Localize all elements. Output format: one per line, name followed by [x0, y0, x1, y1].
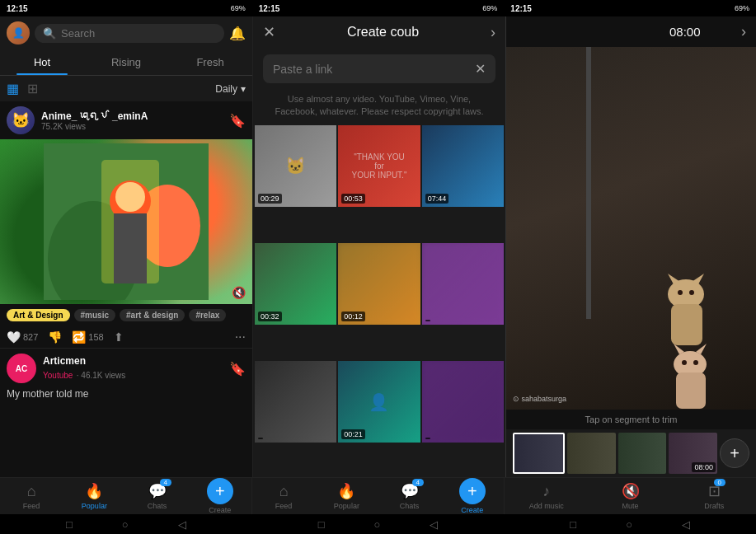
forward-icon[interactable]: ›: [491, 24, 495, 41]
tag-art-design[interactable]: Art & Design: [7, 309, 70, 321]
android-square-3[interactable]: □: [570, 518, 576, 531]
android-back-3[interactable]: ◁: [682, 518, 690, 531]
video-forward-icon[interactable]: ›: [741, 23, 746, 40]
video-thumb-6[interactable]: [422, 243, 504, 325]
recoub-button[interactable]: 🔁 158: [72, 330, 103, 344]
bookmark-icon-2[interactable]: 🔖: [229, 361, 246, 377]
mute-icon: 🔇: [622, 482, 640, 500]
video-thumb-8[interactable]: 👤 00:21: [338, 361, 420, 443]
paste-link-wrap[interactable]: ✕: [263, 54, 495, 83]
android-circle-3[interactable]: ○: [626, 518, 632, 531]
user-avatar[interactable]: 👤: [7, 21, 30, 44]
channel-avatar-1[interactable]: 🐱: [7, 106, 35, 134]
nav-panel-2: ⌂ Feed 🔥 Popular 💬 4 Chats + Create: [252, 477, 505, 514]
nav-chats-1[interactable]: 💬 4 Chats: [126, 478, 189, 514]
add-music-icon: ♪: [542, 483, 550, 500]
nav-feed-1[interactable]: ⌂ Feed: [0, 478, 63, 514]
post1-tags: Art & Design #music #art & design #relax: [0, 304, 252, 326]
grid-view-icon[interactable]: ⊞: [27, 81, 38, 96]
battery-3: 69%: [735, 4, 749, 12]
video-duration-3: 07:44: [425, 194, 449, 204]
search-input[interactable]: [61, 27, 216, 40]
android-square-1[interactable]: □: [66, 518, 73, 531]
video-grid: 🐱 00:29 "THANK YOUforYOUR INPUT." 00:53 …: [253, 125, 505, 477]
bell-icon[interactable]: 🔔: [229, 26, 246, 41]
tab-rising[interactable]: Rising: [84, 49, 168, 75]
sys-icons-1: 69%: [231, 4, 246, 12]
more-button[interactable]: ···: [235, 330, 246, 344]
paste-clear-icon[interactable]: ✕: [475, 61, 486, 77]
feed-label-2: Feed: [275, 502, 293, 510]
nav-panel-1: ⌂ Feed 🔥 Popular 💬 4 Chats + Create: [0, 477, 252, 514]
search-input-wrap[interactable]: 🔍: [35, 24, 224, 43]
post1-thumbnail[interactable]: 🔇: [0, 139, 252, 304]
tab-fresh[interactable]: Fresh: [168, 49, 252, 75]
nav-popular-1[interactable]: 🔥 Popular: [63, 478, 125, 514]
create-title: Create coub: [275, 25, 491, 40]
chats-badge-wrap-2: 💬 4: [401, 482, 419, 500]
tag-music[interactable]: #music: [74, 309, 115, 321]
post1-views: 75.2K views: [41, 122, 223, 131]
video-duration-9: [425, 438, 430, 439]
android-back-2[interactable]: ◁: [430, 518, 438, 531]
svg-point-18: [693, 360, 698, 365]
mute-label: Mute: [622, 502, 639, 510]
tab-hot[interactable]: Hot: [0, 49, 84, 75]
tag-relax[interactable]: #relax: [189, 309, 226, 321]
nav-panel-3: ♪ Add music 🔇 Mute ⊡ 0 Drafts: [505, 477, 756, 514]
trim-segment-3[interactable]: [618, 433, 667, 474]
video-thumb-5[interactable]: 00:12: [338, 243, 420, 325]
android-nav-bar: □ ○ ◁ □ ○ ◁ □ ○ ◁: [0, 514, 756, 534]
video-thumb-4[interactable]: 00:32: [255, 243, 336, 325]
nav-popular-2[interactable]: 🔥 Popular: [315, 478, 378, 514]
tag-art-design-hash[interactable]: #art & design: [120, 309, 185, 321]
video-thumb-2[interactable]: "THANK YOUforYOUR INPUT." 00:53: [338, 125, 420, 207]
dislike-button[interactable]: 👎: [48, 330, 62, 344]
android-back-1[interactable]: ◁: [178, 518, 186, 531]
chats-label-2: Chats: [400, 502, 420, 510]
video-thumb-7[interactable]: [255, 361, 336, 443]
create-button-1[interactable]: +: [207, 478, 233, 504]
android-square-2[interactable]: □: [318, 518, 325, 531]
svg-point-6: [115, 182, 145, 212]
video-thumb-3[interactable]: 07:44: [422, 125, 504, 207]
android-circle-2[interactable]: ○: [374, 518, 381, 531]
trim-time-label: 08:00: [692, 462, 716, 472]
trim-segment-4[interactable]: 08:00: [669, 433, 717, 474]
video-thumb-1[interactable]: 🐱 00:29: [255, 125, 336, 207]
share-button[interactable]: ⬆: [114, 330, 124, 344]
recoub-count: 158: [88, 332, 103, 342]
post1-title: Anime_ ꪓꪖꪜ _eminA: [41, 110, 223, 122]
nav-drafts[interactable]: ⊡ 0 Drafts: [672, 478, 756, 514]
nav-create-2[interactable]: + Create: [441, 478, 504, 514]
android-circle-1[interactable]: ○: [122, 518, 129, 531]
trim-segment-1[interactable]: [513, 433, 565, 474]
video-duration-6: [425, 320, 430, 321]
daily-filter[interactable]: Daily ▾: [215, 83, 246, 95]
status-bar-3: 12:15 69%: [504, 0, 756, 16]
tabs: Hot Rising Fresh: [0, 49, 252, 76]
trim-segment-2[interactable]: [567, 433, 616, 474]
time-1: 12:15: [7, 4, 28, 13]
video-thumb-9[interactable]: [422, 361, 504, 443]
paste-link-input[interactable]: [273, 63, 475, 76]
channel-avatar-2[interactable]: AC: [7, 354, 36, 383]
create-button-2[interactable]: +: [459, 478, 486, 504]
video-preview[interactable]: ⊙ sahabatsurga: [506, 47, 756, 410]
nav-mute[interactable]: 🔇 Mute: [589, 478, 673, 514]
main-panels: 👤 🔍 🔔 Hot Rising Fresh ▦ ⊞: [0, 16, 756, 477]
close-icon[interactable]: ✕: [263, 23, 275, 41]
feed-label-1: Feed: [23, 502, 40, 510]
view-icons: ▦ ⊞: [7, 81, 38, 96]
nav-chats-2[interactable]: 💬 4 Chats: [378, 478, 441, 514]
search-icon: 🔍: [43, 27, 56, 40]
nav-feed-2[interactable]: ⌂ Feed: [252, 478, 315, 514]
list-view-icon[interactable]: ▦: [7, 81, 19, 96]
like-button[interactable]: 🤍 827: [7, 330, 38, 344]
nav-add-music[interactable]: ♪ Add music: [505, 478, 589, 514]
volume-icon[interactable]: 🔇: [232, 286, 246, 299]
bookmark-icon-1[interactable]: 🔖: [229, 113, 246, 129]
nav-create-1[interactable]: + Create: [189, 478, 251, 514]
popular-icon-1: 🔥: [85, 482, 103, 500]
trim-add-button[interactable]: +: [720, 438, 749, 468]
